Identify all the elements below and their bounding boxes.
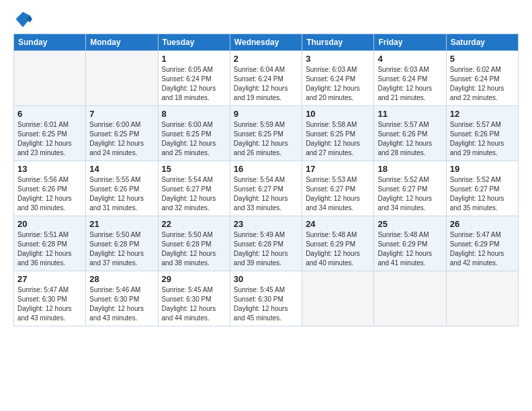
day-number: 2: [234, 54, 298, 64]
calendar-cell: 7Sunrise: 6:00 AMSunset: 6:25 PMDaylight…: [86, 106, 158, 161]
day-info: Sunrise: 5:52 AMSunset: 6:27 PMDaylight:…: [378, 175, 442, 213]
header: [13, 11, 519, 30]
day-number: 28: [89, 274, 154, 284]
calendar-cell: [374, 271, 446, 326]
day-info: Sunrise: 5:50 AMSunset: 6:28 PMDaylight:…: [89, 230, 154, 268]
calendar-cell: 2Sunrise: 6:04 AMSunset: 6:24 PMDaylight…: [230, 51, 302, 106]
day-info: Sunrise: 5:46 AMSunset: 6:30 PMDaylight:…: [89, 285, 154, 323]
day-info: Sunrise: 5:49 AMSunset: 6:28 PMDaylight:…: [234, 230, 298, 268]
day-number: 14: [89, 164, 154, 174]
day-info: Sunrise: 5:57 AMSunset: 6:26 PMDaylight:…: [450, 120, 515, 158]
calendar-cell: 1Sunrise: 6:05 AMSunset: 6:24 PMDaylight…: [158, 51, 230, 106]
calendar-cell: [302, 271, 374, 326]
day-number: 22: [162, 219, 226, 229]
day-info: Sunrise: 6:03 AMSunset: 6:24 PMDaylight:…: [378, 65, 442, 103]
day-info: Sunrise: 5:55 AMSunset: 6:26 PMDaylight:…: [89, 175, 154, 213]
calendar-cell: 29Sunrise: 5:45 AMSunset: 6:30 PMDayligh…: [158, 271, 230, 326]
day-info: Sunrise: 5:47 AMSunset: 6:29 PMDaylight:…: [450, 230, 515, 268]
day-info: Sunrise: 5:47 AMSunset: 6:30 PMDaylight:…: [17, 285, 82, 323]
day-info: Sunrise: 5:54 AMSunset: 6:27 PMDaylight:…: [234, 175, 298, 213]
day-info: Sunrise: 6:03 AMSunset: 6:24 PMDaylight:…: [306, 65, 370, 103]
weekday-header-tuesday: Tuesday: [158, 34, 230, 51]
day-info: Sunrise: 6:01 AMSunset: 6:25 PMDaylight:…: [17, 120, 82, 158]
calendar-cell: 4Sunrise: 6:03 AMSunset: 6:24 PMDaylight…: [374, 51, 446, 106]
calendar-cell: 19Sunrise: 5:52 AMSunset: 6:27 PMDayligh…: [446, 161, 518, 216]
calendar-cell: 30Sunrise: 5:45 AMSunset: 6:30 PMDayligh…: [230, 271, 302, 326]
day-info: Sunrise: 6:00 AMSunset: 6:25 PMDaylight:…: [89, 120, 154, 158]
calendar-cell: [14, 51, 86, 106]
calendar-cell: 12Sunrise: 5:57 AMSunset: 6:26 PMDayligh…: [446, 106, 518, 161]
day-info: Sunrise: 6:05 AMSunset: 6:24 PMDaylight:…: [162, 65, 226, 103]
day-number: 7: [89, 109, 154, 119]
calendar-week-row: 13Sunrise: 5:56 AMSunset: 6:26 PMDayligh…: [14, 161, 519, 216]
day-info: Sunrise: 5:53 AMSunset: 6:27 PMDaylight:…: [306, 175, 370, 213]
day-info: Sunrise: 5:56 AMSunset: 6:26 PMDaylight:…: [17, 175, 82, 213]
calendar-cell: 11Sunrise: 5:57 AMSunset: 6:26 PMDayligh…: [374, 106, 446, 161]
day-number: 8: [162, 109, 226, 119]
calendar-cell: 23Sunrise: 5:49 AMSunset: 6:28 PMDayligh…: [230, 216, 302, 271]
calendar-cell: 27Sunrise: 5:47 AMSunset: 6:30 PMDayligh…: [14, 271, 86, 326]
calendar-cell: 10Sunrise: 5:58 AMSunset: 6:25 PMDayligh…: [302, 106, 374, 161]
calendar-cell: 14Sunrise: 5:55 AMSunset: 6:26 PMDayligh…: [86, 161, 158, 216]
day-number: 18: [378, 164, 442, 174]
weekday-header-wednesday: Wednesday: [230, 34, 302, 51]
day-info: Sunrise: 5:48 AMSunset: 6:29 PMDaylight:…: [306, 230, 370, 268]
day-info: Sunrise: 5:51 AMSunset: 6:28 PMDaylight:…: [17, 230, 82, 268]
day-number: 29: [162, 274, 226, 284]
calendar-week-row: 6Sunrise: 6:01 AMSunset: 6:25 PMDaylight…: [14, 106, 519, 161]
weekday-header-row: SundayMondayTuesdayWednesdayThursdayFrid…: [14, 34, 519, 51]
calendar-cell: 17Sunrise: 5:53 AMSunset: 6:27 PMDayligh…: [302, 161, 374, 216]
day-number: 3: [306, 54, 370, 64]
day-info: Sunrise: 5:45 AMSunset: 6:30 PMDaylight:…: [162, 285, 226, 323]
logo: [13, 11, 34, 30]
day-number: 17: [306, 164, 370, 174]
calendar-cell: 3Sunrise: 6:03 AMSunset: 6:24 PMDaylight…: [302, 51, 374, 106]
calendar-cell: [446, 271, 518, 326]
day-info: Sunrise: 5:54 AMSunset: 6:27 PMDaylight:…: [162, 175, 226, 213]
day-info: Sunrise: 5:48 AMSunset: 6:29 PMDaylight:…: [378, 230, 442, 268]
weekday-header-saturday: Saturday: [446, 34, 518, 51]
calendar-week-row: 1Sunrise: 6:05 AMSunset: 6:24 PMDaylight…: [14, 51, 519, 106]
day-number: 16: [234, 164, 298, 174]
day-number: 21: [89, 219, 154, 229]
calendar-cell: 28Sunrise: 5:46 AMSunset: 6:30 PMDayligh…: [86, 271, 158, 326]
day-number: 4: [378, 54, 442, 64]
calendar-cell: 20Sunrise: 5:51 AMSunset: 6:28 PMDayligh…: [14, 216, 86, 271]
day-number: 5: [450, 54, 515, 64]
day-info: Sunrise: 5:59 AMSunset: 6:25 PMDaylight:…: [234, 120, 298, 158]
calendar-cell: 16Sunrise: 5:54 AMSunset: 6:27 PMDayligh…: [230, 161, 302, 216]
day-info: Sunrise: 5:45 AMSunset: 6:30 PMDaylight:…: [234, 285, 298, 323]
calendar-cell: 22Sunrise: 5:50 AMSunset: 6:28 PMDayligh…: [158, 216, 230, 271]
day-number: 30: [234, 274, 298, 284]
calendar-cell: 15Sunrise: 5:54 AMSunset: 6:27 PMDayligh…: [158, 161, 230, 216]
day-number: 6: [17, 109, 82, 119]
day-info: Sunrise: 5:52 AMSunset: 6:27 PMDaylight:…: [450, 175, 515, 213]
weekday-header-friday: Friday: [374, 34, 446, 51]
day-number: 27: [17, 274, 82, 284]
calendar-cell: 5Sunrise: 6:02 AMSunset: 6:24 PMDaylight…: [446, 51, 518, 106]
page: SundayMondayTuesdayWednesdayThursdayFrid…: [0, 0, 532, 333]
day-number: 13: [17, 164, 82, 174]
calendar-week-row: 20Sunrise: 5:51 AMSunset: 6:28 PMDayligh…: [14, 216, 519, 271]
day-number: 23: [234, 219, 298, 229]
calendar-cell: 18Sunrise: 5:52 AMSunset: 6:27 PMDayligh…: [374, 161, 446, 216]
day-info: Sunrise: 6:00 AMSunset: 6:25 PMDaylight:…: [162, 120, 226, 158]
calendar-cell: 24Sunrise: 5:48 AMSunset: 6:29 PMDayligh…: [302, 216, 374, 271]
day-number: 15: [162, 164, 226, 174]
day-info: Sunrise: 5:50 AMSunset: 6:28 PMDaylight:…: [162, 230, 226, 268]
day-info: Sunrise: 6:04 AMSunset: 6:24 PMDaylight:…: [234, 65, 298, 103]
day-info: Sunrise: 5:57 AMSunset: 6:26 PMDaylight:…: [378, 120, 442, 158]
calendar-cell: 21Sunrise: 5:50 AMSunset: 6:28 PMDayligh…: [86, 216, 158, 271]
logo-icon: [13, 11, 32, 30]
weekday-header-monday: Monday: [86, 34, 158, 51]
calendar-week-row: 27Sunrise: 5:47 AMSunset: 6:30 PMDayligh…: [14, 271, 519, 326]
day-number: 25: [378, 219, 442, 229]
calendar-cell: 8Sunrise: 6:00 AMSunset: 6:25 PMDaylight…: [158, 106, 230, 161]
weekday-header-sunday: Sunday: [14, 34, 86, 51]
day-number: 10: [306, 109, 370, 119]
day-info: Sunrise: 5:58 AMSunset: 6:25 PMDaylight:…: [306, 120, 370, 158]
calendar-cell: 26Sunrise: 5:47 AMSunset: 6:29 PMDayligh…: [446, 216, 518, 271]
day-number: 26: [450, 219, 515, 229]
day-number: 19: [450, 164, 515, 174]
calendar-cell: 6Sunrise: 6:01 AMSunset: 6:25 PMDaylight…: [14, 106, 86, 161]
